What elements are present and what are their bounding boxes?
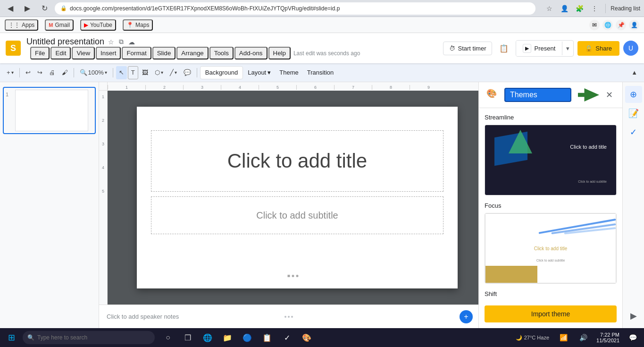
background-button[interactable]: Background xyxy=(200,66,243,79)
share-button[interactable]: 🔒 Share xyxy=(577,41,619,56)
speaker-notes-drag-handle xyxy=(284,316,293,318)
themes-title: Themes xyxy=(504,88,571,102)
slide-canvas[interactable]: Click to add title Click to add subtitle xyxy=(137,107,458,288)
text-tool-button[interactable]: T xyxy=(128,66,138,79)
notes-icon-button[interactable]: 📋 xyxy=(496,40,512,56)
user-avatar[interactable]: U xyxy=(623,41,638,56)
profile-button[interactable]: 👤 xyxy=(558,2,570,15)
zoom-button[interactable]: 🔍 100% ▾ xyxy=(77,66,110,79)
gmail-bookmark[interactable]: M Gmail xyxy=(45,19,74,31)
forward-button[interactable]: ▶ xyxy=(21,2,34,15)
notes-add-button[interactable]: + xyxy=(460,310,473,323)
slide-subtitle-text[interactable]: Click to add subtitle xyxy=(256,210,338,221)
toolbar-right: ▲ xyxy=(628,66,640,79)
present-dropdown-button[interactable]: ▾ xyxy=(562,42,573,55)
tools-menu[interactable]: Tools xyxy=(209,47,234,59)
profile-ext-button[interactable]: 👤 xyxy=(629,20,639,30)
view-menu[interactable]: View xyxy=(72,47,95,59)
import-theme-button[interactable]: Import theme xyxy=(485,305,617,322)
themes-close-button[interactable]: ✕ xyxy=(604,88,615,102)
ruler-horizontal: 1 2 3 4 5 6 7 8 9 xyxy=(108,82,478,91)
arrange-menu[interactable]: Arrange xyxy=(176,47,208,59)
image-tool-button[interactable]: 🖼 xyxy=(139,66,151,79)
search-bar[interactable]: 🔍 xyxy=(23,331,155,344)
cloud-button[interactable]: ☁ xyxy=(127,37,136,47)
speaker-notes-text[interactable]: Click to add speaker notes xyxy=(107,313,179,320)
layout-button[interactable]: Layout ▾ xyxy=(244,66,275,79)
presentation-title[interactable]: Untitled presentation xyxy=(26,37,104,47)
explore-sidebar-button[interactable]: ⊕ xyxy=(625,86,642,103)
maps-bookmark[interactable]: 📍 Maps xyxy=(123,19,153,31)
notes-sidebar-button[interactable]: 📝 xyxy=(625,105,642,122)
streamline-thumbnail[interactable]: Click to add title Click to add subtitle xyxy=(485,125,617,195)
collapse-toolbar-button[interactable]: ▲ xyxy=(628,66,640,79)
reading-list-button[interactable]: Reading list xyxy=(611,5,640,12)
weather-text: 🌙 xyxy=(516,335,522,341)
bookmark-star-button[interactable]: ☆ xyxy=(543,2,555,15)
wifi-button[interactable]: 📶 xyxy=(554,329,573,346)
chrome-taskbar-button[interactable]: 🌐 xyxy=(198,329,217,346)
insert-menu[interactable]: Insert xyxy=(96,47,121,59)
address-bar[interactable]: 🔒 docs.google.com/presentation/d/1eGTXE6… xyxy=(55,2,535,15)
speaker-notes-bar[interactable]: Click to add speaker notes + xyxy=(99,305,478,328)
slide-menu[interactable]: Slide xyxy=(152,47,176,59)
print-button[interactable]: 🖨 xyxy=(46,66,58,79)
present-button[interactable]: ▶ Present xyxy=(516,41,562,56)
transition-button[interactable]: Transition xyxy=(303,66,338,79)
apps-bookmark[interactable]: ⋮⋮ Apps xyxy=(5,19,38,31)
clock-display[interactable]: 7:22 PM 11/5/2021 xyxy=(594,332,622,343)
redo-button[interactable]: ↪ xyxy=(34,66,45,79)
comment-button[interactable]: 💬 xyxy=(181,66,194,79)
search-input[interactable] xyxy=(37,334,150,341)
copy-button[interactable]: ⧉ xyxy=(118,37,125,47)
notification-button[interactable]: 💬 xyxy=(623,329,642,346)
cursor-tool-button[interactable]: ↖ xyxy=(116,66,127,79)
focus-theme-card: Focus Click to add title Click to add su… xyxy=(485,202,617,284)
youtube-bookmark[interactable]: ▶ YouTube xyxy=(80,19,116,31)
app-title-area: Untitled presentation ☆ ⧉ ☁ File Edit Vi… xyxy=(26,37,360,59)
clock-time: 7:22 PM xyxy=(600,332,619,338)
back-button[interactable]: ◀ xyxy=(4,2,17,15)
line-tool-button[interactable]: ╱ ▾ xyxy=(167,66,180,79)
task-view-button[interactable]: ❒ xyxy=(178,329,197,346)
shape-tool-button[interactable]: ⬡ ▾ xyxy=(152,66,166,79)
start-button[interactable]: ⊞ xyxy=(2,329,21,346)
paint-format-button[interactable]: 🖌 xyxy=(59,66,71,79)
app4-taskbar-button[interactable]: 📋 xyxy=(258,329,276,346)
help-menu[interactable]: Help xyxy=(268,47,291,59)
app5-taskbar-button[interactable]: ✓ xyxy=(277,329,296,346)
maps-icon: 📍 xyxy=(126,22,134,28)
undo-button[interactable]: ↩ xyxy=(23,66,33,79)
slide-1-thumbnail-wrapper[interactable]: 1 xyxy=(3,87,96,134)
add-button[interactable]: + ▾ xyxy=(4,66,17,79)
cortana-button[interactable]: ○ xyxy=(159,329,177,346)
extensions-button[interactable]: 🧩 xyxy=(573,2,585,15)
tasks-sidebar-button[interactable]: ✓ xyxy=(625,124,642,141)
volume-button[interactable]: 🔊 xyxy=(574,329,593,346)
app6-taskbar-button[interactable]: 🎨 xyxy=(297,329,316,346)
ext3-button[interactable]: 📌 xyxy=(616,20,626,30)
star-button[interactable]: ☆ xyxy=(107,37,115,47)
slide-title-text[interactable]: Click to add title xyxy=(227,150,367,172)
slide-title-textbox[interactable]: Click to add title xyxy=(151,130,443,192)
edit-menu[interactable]: Edit xyxy=(50,47,71,59)
streamline-theme-card: Streamline Click to add title Click to a… xyxy=(485,114,617,195)
format-menu[interactable]: Format xyxy=(122,47,151,59)
reload-button[interactable]: ↻ xyxy=(38,2,51,15)
slide-1-thumbnail[interactable] xyxy=(15,90,88,131)
ext2-button[interactable]: 🌐 xyxy=(602,20,613,30)
slide-number-1: 1 xyxy=(6,92,12,97)
focus-thumbnail[interactable]: Click to add title Click to add subtitle xyxy=(485,213,617,284)
app3-taskbar-button[interactable]: 🔵 xyxy=(238,329,257,346)
theme-button[interactable]: Theme xyxy=(276,66,302,79)
slide-subtitle-textbox[interactable]: Click to add subtitle xyxy=(151,196,443,234)
file-menu[interactable]: File xyxy=(30,47,50,59)
start-timer-button[interactable]: ⏱ Start timer xyxy=(443,42,493,55)
menu-button[interactable]: ⋮ xyxy=(588,2,601,15)
sidebar-expand-button[interactable]: ▶ xyxy=(625,307,642,324)
focus-label: Focus xyxy=(485,202,617,209)
addons-menu[interactable]: Add-ons xyxy=(234,47,268,59)
ext1-button[interactable]: ✉ xyxy=(589,20,600,30)
focus-title-text: Click to add title xyxy=(534,246,568,251)
explorer-taskbar-button[interactable]: 📁 xyxy=(218,329,237,346)
